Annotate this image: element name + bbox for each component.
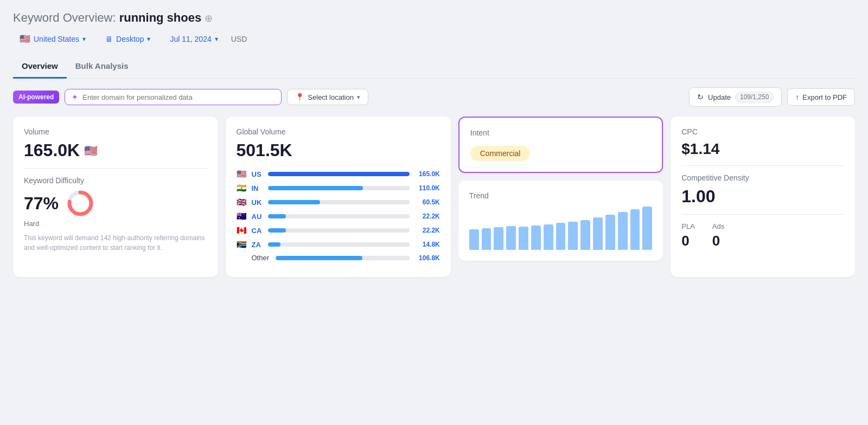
country-volume: 22.2K: [414, 227, 440, 234]
desktop-icon: 🖥: [105, 35, 113, 43]
location-select-dropdown[interactable]: 📍 Select location ▾: [287, 89, 368, 105]
bar-track: [268, 228, 410, 233]
trend-bar: [605, 215, 615, 250]
kd-label: Keyword Difficulty: [24, 176, 207, 185]
country-volume: 14.8K: [414, 241, 440, 248]
trend-card: Trend: [458, 181, 663, 261]
cpc-comp-card: CPC $1.14 Competitive Density 1.00 PLA 0…: [671, 117, 855, 277]
toolbar-row: AI-powered ✦ 📍 Select location ▾ ↻ Updat…: [13, 87, 855, 107]
country-row: 🇺🇸 US 165.0K: [237, 169, 440, 179]
location-filter-btn[interactable]: 🇺🇸 United States ▾: [13, 30, 92, 47]
country-row: 🇮🇳 IN 110.0K: [237, 183, 440, 193]
divider1: [24, 168, 207, 169]
chevron-down-icon: ▾: [82, 35, 86, 43]
kd-description: This keyword will demand 142 high-author…: [24, 233, 207, 253]
volume-label: Volume: [24, 127, 207, 136]
pla-value: 0: [681, 233, 695, 249]
bar-track: [276, 256, 410, 260]
intent-badge: Commercial: [470, 146, 531, 161]
export-icon: ↑: [795, 93, 799, 101]
export-label: Export to PDF: [802, 93, 847, 101]
bar-fill: [268, 242, 281, 247]
page-title: Keyword Overview: running shoes ⊕: [13, 11, 855, 25]
intent-label: Intent: [470, 128, 652, 137]
trend-bar: [506, 226, 516, 250]
comp-density-value: 1.00: [681, 186, 844, 207]
country-volume: 165.0K: [414, 170, 440, 178]
us-flag-icon2: 🇺🇸: [84, 144, 98, 157]
device-label: Desktop: [116, 35, 144, 43]
trend-bar: [568, 222, 578, 250]
cpc-value: $1.14: [681, 140, 844, 158]
country-flag-icon: 🇦🇺: [237, 211, 247, 221]
country-volume: 110.0K: [414, 184, 440, 192]
kd-value: 77%: [24, 194, 59, 214]
cpc-label: CPC: [681, 127, 844, 136]
country-volume: 106.8K: [414, 254, 440, 262]
ads-value: 0: [712, 233, 724, 249]
volume-kd-card: Volume 165.0K 🇺🇸 Keyword Difficulty 77% …: [13, 117, 218, 277]
intent-card: Intent Commercial: [458, 117, 663, 173]
bar-fill: [268, 200, 321, 204]
trend-chart: [469, 207, 653, 250]
bar-fill: [268, 214, 286, 218]
update-label: Update: [708, 93, 731, 101]
domain-input-wrapper: ✦: [65, 89, 282, 105]
tab-overview[interactable]: Overview: [13, 56, 67, 79]
location-select-label: Select location: [308, 93, 354, 101]
trend-label: Trend: [469, 191, 653, 200]
tab-bulk-analysis[interactable]: Bulk Analysis: [67, 56, 137, 79]
country-code-label: ZA: [252, 241, 264, 249]
currency-label: USD: [231, 35, 247, 43]
add-keyword-icon[interactable]: ⊕: [205, 13, 213, 24]
country-volume: 22.2K: [414, 212, 440, 220]
bar-track: [268, 200, 410, 204]
country-code-label: UK: [252, 198, 264, 207]
bar-track: [268, 186, 410, 190]
update-counter: 109/1,250: [735, 92, 774, 102]
bar-track: [268, 242, 410, 247]
sparkle-icon: ✦: [72, 93, 78, 101]
bar-track: [268, 172, 410, 176]
country-row: 🇦🇺 AU 22.2K: [237, 211, 440, 221]
kd-donut: [66, 189, 94, 217]
location-label: United States: [34, 35, 79, 43]
country-row: 🇬🇧 UK 60.5K: [237, 197, 440, 207]
update-button[interactable]: ↻ Update 109/1,250: [689, 87, 782, 107]
chevron-down-icon2: ▾: [147, 35, 150, 43]
location-pin-icon: 📍: [295, 93, 304, 101]
us-flag-icon: 🇺🇸: [20, 34, 30, 44]
ads-item: Ads 0: [712, 222, 724, 249]
country-volume: 60.5K: [414, 198, 440, 206]
country-row: Other 106.8K: [237, 254, 440, 262]
country-code-label: Other: [252, 254, 271, 262]
ai-powered-badge: AI-powered: [13, 91, 59, 104]
cards-grid: Volume 165.0K 🇺🇸 Keyword Difficulty 77% …: [13, 117, 855, 277]
global-volume-value: 501.5K: [237, 140, 440, 160]
country-flag-icon: 🇿🇦: [237, 240, 247, 249]
trend-bar: [618, 212, 628, 250]
domain-input[interactable]: [82, 93, 275, 101]
divider3: [681, 214, 844, 215]
trend-bar: [531, 226, 541, 250]
kd-row: 77%: [24, 189, 207, 217]
trend-bar: [469, 229, 479, 250]
tabs-row: Overview Bulk Analysis: [13, 56, 855, 79]
country-row: 🇨🇦 CA 22.2K: [237, 226, 440, 235]
divider2: [681, 165, 844, 166]
comp-density-label: Competitive Density: [681, 173, 844, 182]
trend-bar: [630, 209, 640, 250]
bar-fill: [268, 186, 363, 190]
export-button[interactable]: ↑ Export to PDF: [787, 88, 855, 106]
bar-fill: [268, 228, 286, 233]
country-code-label: AU: [252, 212, 264, 221]
device-filter-btn[interactable]: 🖥 Desktop ▾: [99, 31, 157, 47]
ads-label: Ads: [712, 222, 724, 230]
country-flag-icon: 🇮🇳: [237, 183, 247, 193]
pla-item: PLA 0: [681, 222, 695, 249]
date-filter-btn[interactable]: Jul 11, 2024 ▾: [163, 31, 224, 47]
date-label: Jul 11, 2024: [170, 35, 211, 43]
volume-value: 165.0K 🇺🇸: [24, 140, 207, 160]
trend-bar: [642, 207, 652, 250]
country-code-label: CA: [252, 227, 264, 235]
